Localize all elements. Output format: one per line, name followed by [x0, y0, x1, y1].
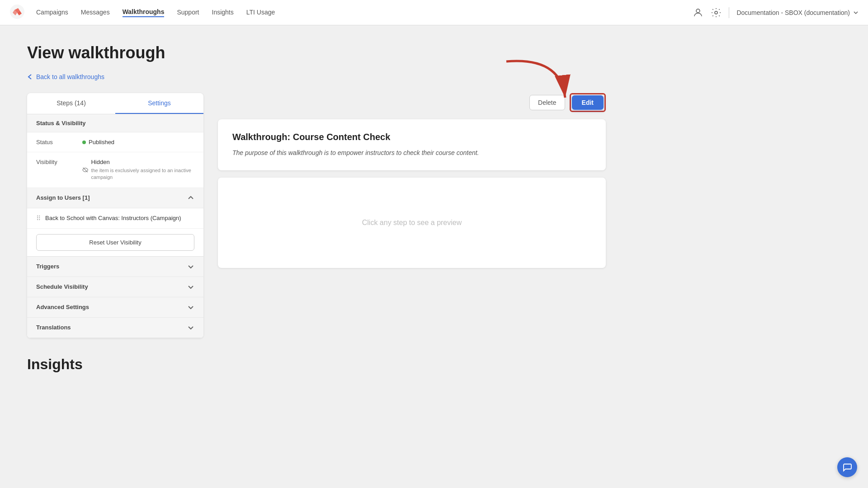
- nav-right: Documentation - SBOX (documentation): [693, 7, 859, 18]
- visibility-label: Visibility: [36, 159, 77, 165]
- page-title: View walkthrough: [27, 43, 606, 62]
- hidden-eye-icon: [82, 166, 88, 174]
- status-value: Published: [82, 139, 194, 145]
- assign-header-title: Assign to Users [1]: [36, 194, 90, 201]
- translations-section: Translations: [27, 318, 203, 338]
- visibility-value-col: Hidden the item is exclusively assigned …: [91, 159, 194, 181]
- logo[interactable]: [9, 4, 25, 21]
- assign-section: Assign to Users [1] ⠿ Back to School wit…: [27, 188, 203, 257]
- insights-title: Insights: [27, 356, 606, 373]
- advanced-settings-section: Advanced Settings: [27, 297, 203, 318]
- status-value-text: Published: [89, 139, 114, 145]
- status-row: Status Published: [27, 132, 203, 152]
- preview-area: Click any step to see a preview: [218, 178, 606, 268]
- walkthrough-info: Walkthrough: Course Content Check The pu…: [218, 119, 606, 170]
- top-navigation: Campaigns Messages Walkthroughs Support …: [0, 0, 868, 25]
- drag-handle-icon[interactable]: ⠿: [36, 215, 41, 222]
- status-label: Status: [36, 139, 77, 145]
- advanced-settings-header[interactable]: Advanced Settings: [27, 297, 203, 317]
- walkthrough-description: The purpose of this walkthrough is to em…: [232, 148, 591, 158]
- back-link-label: Back to all walkthroughs: [36, 73, 104, 80]
- visibility-sub-text: the item is exclusively assigned to an i…: [91, 167, 194, 181]
- back-link[interactable]: Back to all walkthroughs: [27, 73, 606, 80]
- nav-links: Campaigns Messages Walkthroughs Support …: [36, 8, 693, 17]
- edit-button-wrapper: Edit: [570, 93, 606, 112]
- org-label: Documentation - SBOX (documentation): [736, 9, 850, 16]
- chat-icon: [842, 462, 852, 472]
- chat-button[interactable]: [837, 457, 857, 477]
- settings-icon[interactable]: [711, 7, 722, 18]
- user-icon[interactable]: [693, 7, 703, 18]
- schedule-visibility-section: Schedule Visibility: [27, 277, 203, 297]
- triggers-chevron-icon: [187, 263, 194, 270]
- edit-button[interactable]: Edit: [572, 95, 604, 110]
- translations-header[interactable]: Translations: [27, 318, 203, 338]
- insights-section: Insights: [27, 356, 606, 373]
- schedule-title: Schedule Visibility: [36, 283, 88, 290]
- back-arrow-icon: [27, 74, 33, 80]
- org-selector[interactable]: Documentation - SBOX (documentation): [736, 9, 859, 16]
- nav-messages[interactable]: Messages: [81, 9, 110, 17]
- status-visibility-header: Status & Visibility: [27, 114, 203, 132]
- advanced-chevron-icon: [187, 304, 194, 311]
- visibility-value-text: Hidden: [91, 159, 194, 165]
- status-dot: [82, 141, 86, 144]
- main-content: View walkthrough Back to all walkthrough…: [0, 25, 633, 391]
- nav-insights[interactable]: Insights: [212, 9, 234, 17]
- nav-divider: [729, 7, 729, 18]
- nav-support[interactable]: Support: [177, 9, 199, 17]
- svg-point-1: [696, 9, 700, 13]
- translations-chevron-icon: [187, 324, 194, 331]
- triggers-title: Triggers: [36, 263, 59, 270]
- settings-tabs: Steps (14) Settings: [27, 93, 203, 114]
- nav-lti-usage[interactable]: LTI Usage: [246, 9, 275, 17]
- assign-header[interactable]: Assign to Users [1]: [27, 188, 203, 208]
- visibility-row: Visibility Hidden the item is exclusivel…: [27, 152, 203, 188]
- chevron-down-icon: [853, 9, 859, 16]
- tab-steps[interactable]: Steps (14): [27, 93, 115, 114]
- left-panel: Steps (14) Settings Status & Visibility …: [27, 93, 203, 338]
- reset-user-visibility-button[interactable]: Reset User Visibility: [36, 234, 194, 251]
- right-panel: Delete Edit Walkthrough: Course Content …: [218, 93, 606, 268]
- assign-item-name: Back to School with Canvas: Instructors …: [45, 215, 181, 221]
- nav-walkthroughs[interactable]: Walkthroughs: [123, 8, 165, 17]
- content-grid: Steps (14) Settings Status & Visibility …: [27, 93, 606, 338]
- preview-text: Click any step to see a preview: [362, 219, 462, 227]
- svg-point-2: [715, 11, 717, 14]
- advanced-title: Advanced Settings: [36, 304, 89, 310]
- translations-title: Translations: [36, 324, 71, 331]
- delete-button[interactable]: Delete: [529, 95, 565, 110]
- walkthrough-title: Walkthrough: Course Content Check: [232, 132, 591, 142]
- triggers-header[interactable]: Triggers: [27, 257, 203, 277]
- nav-campaigns[interactable]: Campaigns: [36, 9, 68, 17]
- chevron-up-icon: [187, 194, 194, 202]
- action-buttons: Delete Edit: [529, 93, 606, 112]
- triggers-section: Triggers: [27, 257, 203, 277]
- schedule-visibility-header[interactable]: Schedule Visibility: [27, 277, 203, 297]
- assign-item: ⠿ Back to School with Canvas: Instructor…: [27, 208, 203, 229]
- schedule-chevron-icon: [187, 283, 194, 291]
- tab-settings[interactable]: Settings: [115, 93, 203, 114]
- visibility-value: Hidden the item is exclusively assigned …: [82, 159, 194, 181]
